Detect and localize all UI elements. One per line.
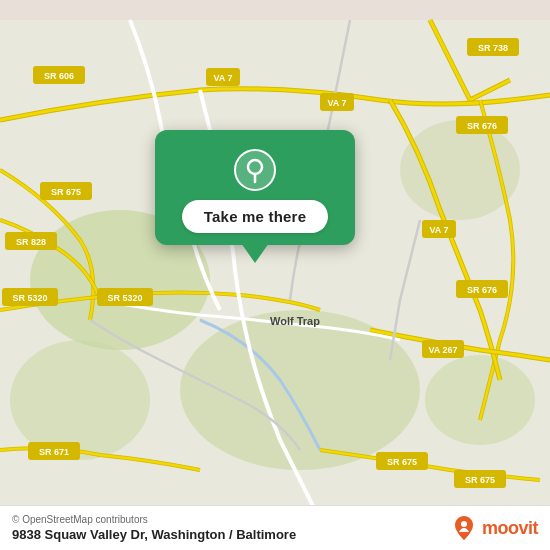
svg-text:SR 738: SR 738 (478, 43, 508, 53)
svg-text:SR 676: SR 676 (467, 121, 497, 131)
moovit-wordmark: moovit (482, 518, 538, 539)
svg-text:SR 828: SR 828 (16, 237, 46, 247)
svg-text:SR 606: SR 606 (44, 71, 74, 81)
svg-point-5 (425, 355, 535, 445)
copyright-text: © OpenStreetMap contributors (12, 514, 296, 525)
address-text: 9838 Squaw Valley Dr, Washington / Balti… (12, 527, 296, 542)
take-me-there-button[interactable]: Take me there (182, 200, 328, 233)
bottom-info: © OpenStreetMap contributors 9838 Squaw … (12, 514, 296, 542)
svg-text:SR 675: SR 675 (51, 187, 81, 197)
svg-point-4 (400, 120, 520, 220)
svg-text:SR 676: SR 676 (467, 285, 497, 295)
bottom-bar: © OpenStreetMap contributors 9838 Squaw … (0, 505, 550, 550)
moovit-logo: moovit (450, 514, 538, 542)
map-svg: SR 738 SR 606 VA 7 VA 7 SR 676 SR 675 SR… (0, 0, 550, 550)
svg-text:SR 675: SR 675 (465, 475, 495, 485)
moovit-icon (450, 514, 478, 542)
svg-point-37 (235, 150, 275, 190)
location-popup: Take me there (155, 130, 355, 245)
svg-text:VA 7: VA 7 (429, 225, 448, 235)
svg-point-40 (461, 521, 467, 527)
svg-text:SR 5320: SR 5320 (12, 293, 47, 303)
svg-text:SR 5320: SR 5320 (107, 293, 142, 303)
svg-text:SR 675: SR 675 (387, 457, 417, 467)
svg-text:VA 267: VA 267 (428, 345, 457, 355)
svg-text:VA 7: VA 7 (213, 73, 232, 83)
svg-text:SR 671: SR 671 (39, 447, 69, 457)
svg-text:VA 7: VA 7 (327, 98, 346, 108)
location-pin-icon (233, 148, 277, 192)
map-container: SR 738 SR 606 VA 7 VA 7 SR 676 SR 675 SR… (0, 0, 550, 550)
svg-text:Wolf Trap: Wolf Trap (270, 315, 320, 327)
